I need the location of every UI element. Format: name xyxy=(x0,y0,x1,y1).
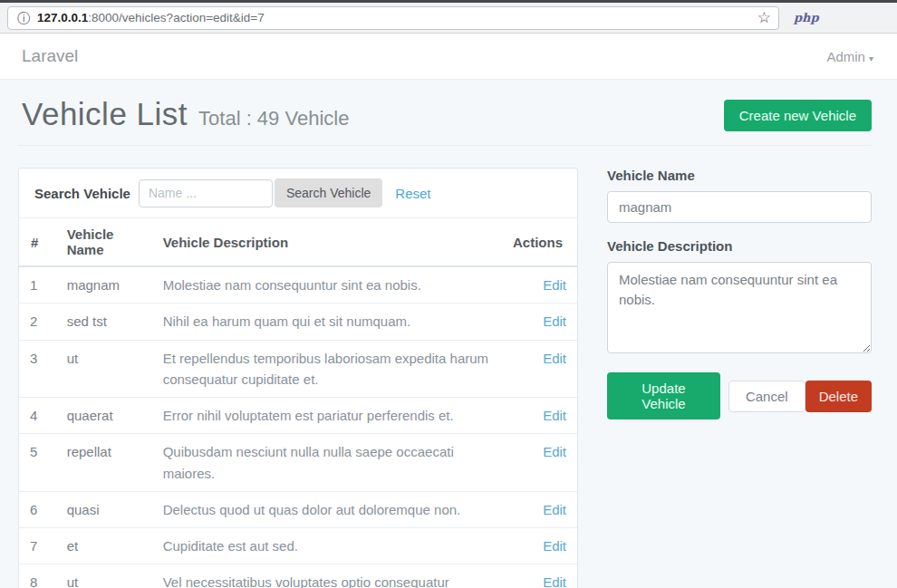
url-host: 127.0.0.1 xyxy=(37,11,88,24)
edit-link[interactable]: Edit xyxy=(543,351,566,366)
row-vehicle-description: Nihil ea harum quam qui et sit numquam. xyxy=(152,304,502,340)
title-wrap: Vehicle List Total : 49 Vehicle xyxy=(18,96,349,132)
row-vehicle-description: Vel necessitatibus voluptates optio cons… xyxy=(152,564,502,588)
row-number: 7 xyxy=(19,528,56,564)
table-row: 6 quasi Delectus quod ut quas dolor aut … xyxy=(19,491,577,527)
row-vehicle-name: ut xyxy=(56,564,152,588)
row-vehicle-description: Et repellendus temporibus laboriosam exp… xyxy=(152,340,502,398)
page-body: Vehicle List Total : 49 Vehicle Create n… xyxy=(0,80,897,588)
brand-link[interactable]: Laravel xyxy=(22,46,78,66)
screen: ⓘ 127.0.0.1:8000/vehicles?action=edit&id… xyxy=(0,0,897,588)
search-button[interactable]: Search Vehicle xyxy=(275,178,382,207)
row-number: 1 xyxy=(19,266,56,304)
edit-link[interactable]: Edit xyxy=(543,574,566,588)
edit-link[interactable]: Edit xyxy=(543,277,566,293)
edit-vehicle-form: Vehicle Name Vehicle Description Molesti… xyxy=(607,168,872,588)
row-number: 3 xyxy=(19,340,56,398)
row-number: 4 xyxy=(19,398,56,434)
table-row: 5 repellat Quibusdam nesciunt nulla null… xyxy=(19,434,577,492)
delete-button[interactable]: Delete xyxy=(805,381,872,412)
vehicle-table-head: # Vehicle Name Vehicle Description Actio… xyxy=(19,218,577,266)
row-number: 2 xyxy=(19,304,56,340)
edit-link[interactable]: Edit xyxy=(543,444,566,459)
cancel-button[interactable]: Cancel xyxy=(728,381,805,412)
bookmark-php[interactable]: php xyxy=(794,11,819,24)
edit-link[interactable]: Edit xyxy=(543,408,566,423)
page-header: Vehicle List Total : 49 Vehicle Create n… xyxy=(18,96,872,132)
create-vehicle-button[interactable]: Create new Vehicle xyxy=(724,100,872,131)
row-vehicle-description: Quibusdam nesciunt nulla nulla saepe occ… xyxy=(152,434,502,492)
header-actions: Actions xyxy=(502,218,577,266)
form-buttons: Update Vehicle Cancel Delete xyxy=(607,372,872,419)
header-description: Vehicle Description xyxy=(152,218,502,266)
update-vehicle-button[interactable]: Update Vehicle xyxy=(607,372,720,419)
row-vehicle-name: magnam xyxy=(56,266,152,304)
reset-link[interactable]: Reset xyxy=(395,186,430,201)
vehicle-table: # Vehicle Name Vehicle Description Actio… xyxy=(19,218,577,588)
row-number: 6 xyxy=(19,491,56,527)
edit-link[interactable]: Edit xyxy=(543,538,566,554)
row-vehicle-description: Cupiditate est aut sed. xyxy=(152,528,502,564)
vehicle-name-input[interactable] xyxy=(607,191,872,223)
table-row: 2 sed tst Nihil ea harum quam qui et sit… xyxy=(19,304,577,340)
table-row: 4 quaerat Error nihil voluptatem est par… xyxy=(19,398,577,434)
row-vehicle-name: repellat xyxy=(56,434,152,492)
row-vehicle-name: ut xyxy=(56,340,152,398)
row-number: 8 xyxy=(19,564,56,588)
search-row: Search Vehicle Search Vehicle Reset xyxy=(19,169,577,218)
row-vehicle-name: quaerat xyxy=(56,398,152,434)
address-bar[interactable]: ⓘ 127.0.0.1:8000/vehicles?action=edit&id… xyxy=(7,6,779,30)
vehicle-table-body: 1 magnam Molestiae nam consequuntur sint… xyxy=(19,266,577,588)
row-number: 5 xyxy=(19,434,56,492)
edit-link[interactable]: Edit xyxy=(543,502,566,517)
row-vehicle-description: Delectus quod ut quas dolor aut doloremq… xyxy=(152,491,502,527)
search-label: Search Vehicle xyxy=(34,186,130,201)
page-title: Vehicle List xyxy=(22,96,188,132)
site-info-icon[interactable]: ⓘ xyxy=(17,12,30,24)
row-vehicle-name: sed tst xyxy=(56,304,152,340)
page-subtitle: Total : 49 Vehicle xyxy=(198,107,349,130)
vehicle-description-label: Vehicle Description xyxy=(607,238,872,254)
header-num: # xyxy=(19,218,56,266)
table-row: 7 et Cupiditate est aut sed. Edit xyxy=(19,528,577,564)
row-vehicle-name: et xyxy=(56,528,152,564)
search-input[interactable] xyxy=(139,179,273,207)
bookmark-star-icon[interactable]: ☆ xyxy=(757,10,771,25)
vehicle-description-textarea[interactable]: Molestiae nam consequuntur sint ea nobis… xyxy=(607,262,872,353)
row-vehicle-name: quasi xyxy=(56,491,152,527)
header-divider xyxy=(18,145,872,146)
vehicle-list-card: Search Vehicle Search Vehicle Reset # Ve… xyxy=(18,168,578,588)
vehicle-name-label: Vehicle Name xyxy=(607,168,872,183)
user-dropdown[interactable]: Admin▾ xyxy=(826,49,873,64)
app-navbar: Laravel Admin▾ xyxy=(0,34,897,80)
row-vehicle-description: Molestiae nam consequuntur sint ea nobis… xyxy=(152,266,502,304)
url-path: :8000/vehicles?action=edit&id=7 xyxy=(88,11,264,24)
table-row: 8 ut Vel necessitatibus voluptates optio… xyxy=(19,564,577,588)
browser-toolbar: ⓘ 127.0.0.1:8000/vehicles?action=edit&id… xyxy=(0,0,897,34)
table-row: 3 ut Et repellendus temporibus laboriosa… xyxy=(19,340,577,398)
chevron-down-icon: ▾ xyxy=(869,53,873,63)
table-row: 1 magnam Molestiae nam consequuntur sint… xyxy=(19,266,577,304)
row-vehicle-description: Error nihil voluptatem est pariatur perf… xyxy=(152,398,502,434)
content: Search Vehicle Search Vehicle Reset # Ve… xyxy=(18,168,872,588)
user-dropdown-label: Admin xyxy=(826,49,865,64)
header-name: Vehicle Name xyxy=(56,218,152,266)
edit-link[interactable]: Edit xyxy=(543,313,566,329)
